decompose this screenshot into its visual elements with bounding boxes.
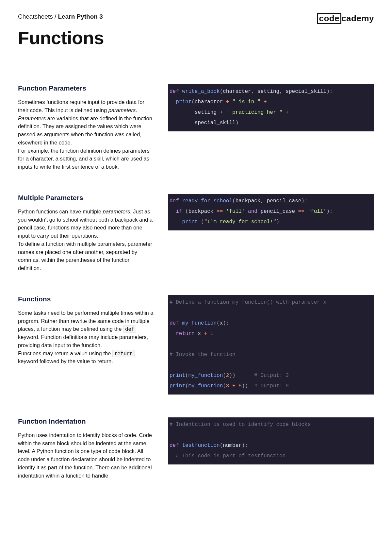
breadcrumb: Cheatsheets / Learn Python 3 [18,13,103,20]
section-text: FunctionsSome tasks need to be performed… [18,295,155,365]
section: FunctionsSome tasks need to be performed… [18,295,374,395]
section-heading: Functions [18,295,155,303]
page-title: Functions [18,27,374,48]
section: Multiple ParametersPython functions can … [18,194,374,272]
section-text: Function IndentationPython uses indentat… [18,417,155,480]
code-block: def write_a_book(character, setting, spe… [168,84,374,131]
logo-boxed: code [317,13,341,24]
section-code: def ready_for_school(backpack, pencil_ca… [168,194,374,230]
section: Function IndentationPython uses indentat… [18,417,374,480]
breadcrumb-course: Learn Python 3 [58,13,103,20]
section-heading: Multiple Parameters [18,194,155,202]
page-header: Cheatsheets / Learn Python 3 codecademy [18,13,374,24]
code-block: # Indentation is used to identify code b… [168,417,374,464]
section-body: Python uses indentation to identify bloc… [18,431,155,480]
section: Function ParametersSometimes functions r… [18,84,374,171]
section-text: Multiple ParametersPython functions can … [18,194,155,272]
code-block: def ready_for_school(backpack, pencil_ca… [168,194,374,230]
section-code: def write_a_book(character, setting, spe… [168,84,374,131]
section-code: # Indentation is used to identify code b… [168,417,374,464]
section-heading: Function Indentation [18,417,155,425]
section-body: Python functions can have multiple param… [18,208,155,272]
section-code: # Define a function my_function() with p… [168,295,374,395]
code-block: # Define a function my_function() with p… [168,295,374,395]
logo-rest: cademy [341,13,374,24]
codecademy-logo: codecademy [317,13,374,24]
section-body: Some tasks need to be performed multiple… [18,309,155,365]
section-heading: Function Parameters [18,84,155,92]
breadcrumb-root: Cheatsheets [18,13,53,20]
section-text: Function ParametersSometimes functions r… [18,84,155,171]
section-body: Sometimes functions require input to pro… [18,98,155,171]
breadcrumb-sep: / [55,13,56,20]
